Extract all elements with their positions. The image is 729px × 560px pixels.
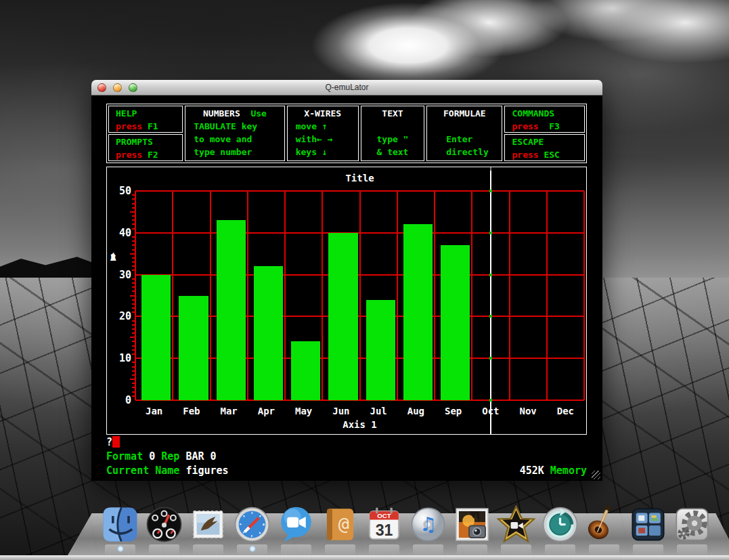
text-fragment: ESC	[539, 150, 560, 160]
grid-line-v	[210, 191, 211, 400]
close-button[interactable]	[97, 83, 106, 92]
y-minor-tick	[130, 379, 135, 380]
dashboard-icon[interactable]	[145, 505, 183, 544]
text-fragment: keys ↓	[296, 147, 328, 157]
text-fragment	[390, 121, 395, 131]
y-minor-tick	[132, 320, 135, 322]
help-prompts-panel: HELPpress F1PROMPTSpress F2	[108, 106, 183, 161]
bar-jul	[366, 300, 395, 400]
menu-text-line: press F2	[109, 148, 182, 161]
text-fragment: PROMPTS	[116, 137, 153, 147]
y-minor-tick	[132, 374, 135, 376]
spaces-icon[interactable]	[629, 505, 667, 544]
text-fragment: & text	[376, 147, 408, 157]
menu-text-line: & text	[361, 146, 424, 158]
y-minor-tick	[132, 215, 135, 217]
mail-icon[interactable]	[189, 505, 227, 544]
text-fragment: BAR 0	[185, 450, 216, 462]
text-panel: TEXT type "& text	[361, 106, 424, 161]
grid-line-v	[397, 191, 398, 400]
text-fragment: type number	[194, 147, 252, 157]
y-minor-tick	[130, 295, 135, 297]
resize-grip[interactable]	[592, 471, 600, 479]
icon-reflection	[413, 544, 443, 555]
text-fragment: TEXT	[382, 108, 403, 119]
y-minor-tick	[132, 362, 135, 363]
x-tick-label: May	[285, 406, 322, 416]
y-minor-tick	[130, 337, 135, 338]
y-minor-tick	[130, 253, 135, 255]
crosswire-top-notch	[490, 167, 491, 171]
y-minor-tick	[132, 341, 135, 342]
icon-reflection	[545, 544, 575, 555]
icon-reflection	[281, 544, 311, 555]
window-title: Q-emuLator	[325, 83, 368, 92]
menu-text-line: type number	[185, 146, 284, 158]
y-minor-tick	[132, 244, 135, 246]
garageband-icon[interactable]	[585, 505, 623, 544]
text-fragment: move ↑	[296, 121, 328, 131]
numbers-subpanel: NUMBERS UseTABULATE keyto move andtype n…	[185, 106, 284, 161]
menu-text-line	[427, 120, 502, 133]
menu-text-line: HELP	[109, 107, 182, 120]
icon-reflection	[501, 544, 531, 555]
finder-icon[interactable]	[101, 505, 139, 544]
bar-sep	[441, 245, 470, 400]
commands-escape-panel: COMMANDSpress F3ESCAPEpress ESC	[504, 106, 585, 161]
menu-text-line: press F1	[109, 120, 182, 133]
grid-line-v	[546, 191, 548, 400]
bar-aug	[403, 224, 433, 400]
ical-icon[interactable]: OCT31	[365, 505, 403, 544]
grid-line-v	[471, 191, 472, 400]
command-input-line[interactable]: ?	[106, 436, 120, 449]
menu-text-line: Enter	[427, 133, 502, 146]
dock-items: @OCT31♫	[101, 505, 711, 544]
iphoto-icon[interactable]	[453, 505, 491, 544]
menu-text-line: COMMANDS	[505, 107, 584, 120]
x-tick-label: Jul	[360, 406, 397, 416]
imovie-icon[interactable]	[497, 505, 535, 544]
menu-text-line: TEXT	[361, 107, 424, 120]
bar-apr	[254, 266, 283, 400]
text-fragment: HELP	[116, 108, 137, 119]
numbers-panel: NUMBERS UseTABULATE keyto move andtype n…	[185, 106, 284, 161]
text-fragment: ESCAPE	[512, 137, 544, 147]
systemprefs-icon[interactable]	[673, 505, 711, 544]
x-wires-panel: X-WIRESmove ↑with← →keys ↓	[287, 106, 359, 161]
x-tick-label: Jan	[135, 406, 173, 416]
grid-line-v	[509, 191, 510, 400]
safari-icon[interactable]	[233, 505, 271, 544]
icon-reflection	[457, 544, 487, 555]
text-fragment: press	[512, 121, 538, 131]
y-tick-label: 50	[107, 185, 131, 197]
menu-text-line: X-WIRES	[288, 107, 358, 120]
formulae-panel: FORMULAE Enterdirectly	[426, 106, 502, 161]
help-prompts-subpanel: HELPpress F1	[108, 106, 183, 133]
y-minor-tick	[132, 303, 135, 305]
icon-reflection	[325, 544, 355, 555]
timemachine-icon[interactable]	[541, 505, 579, 544]
x-tick-label: Jun	[322, 406, 359, 416]
text-cursor	[112, 436, 120, 448]
text-fragment: press	[116, 150, 142, 160]
y-minor-tick	[132, 282, 135, 284]
itunes-icon[interactable]: ♫	[409, 505, 447, 544]
crosswire-cursor	[490, 167, 491, 434]
y-minor-tick	[132, 207, 135, 209]
menu-text-line: with← →	[288, 133, 358, 146]
emulator-screen[interactable]: HELPpress F1PROMPTSpress F2NUMBERS UseTA…	[91, 95, 602, 481]
menu-text-line: TABULATE key	[185, 120, 284, 133]
addressbook-icon[interactable]: @	[321, 505, 359, 544]
x-tick-label: Sep	[435, 406, 472, 416]
menu-text-line: keys ↓	[288, 146, 358, 158]
y-minor-tick	[132, 236, 135, 238]
window-titlebar[interactable]: Q-emuLator	[91, 80, 602, 95]
minimize-button[interactable]	[113, 83, 122, 92]
y-minor-tick	[132, 249, 135, 251]
traffic-lights	[97, 83, 137, 92]
zoom-button[interactable]	[129, 83, 137, 92]
chart-area: TitleAxis 1Axis201020304050JanFebMarAprM…	[106, 167, 587, 435]
x-tick-label: Aug	[397, 406, 435, 416]
chart-title: Title	[135, 173, 584, 184]
ichat-icon[interactable]	[277, 505, 315, 544]
